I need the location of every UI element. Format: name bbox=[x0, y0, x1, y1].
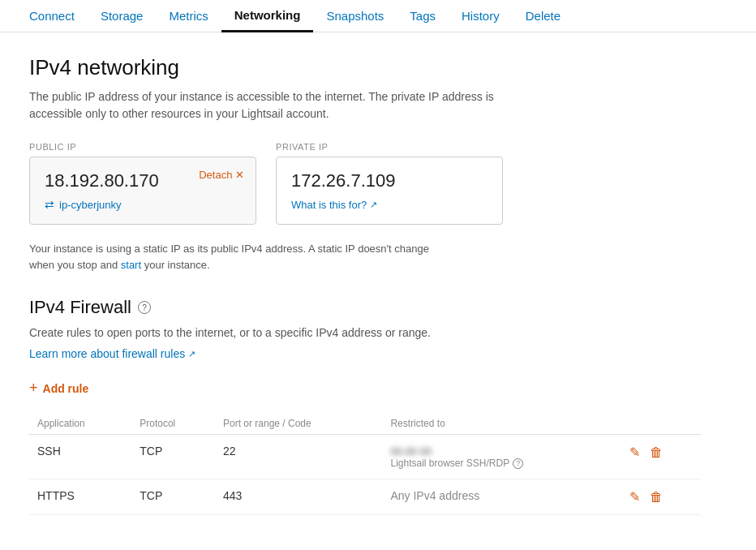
static-note-part2: your instance. bbox=[144, 259, 210, 271]
what-is-this-link[interactable]: What is this for? ↗ bbox=[291, 199, 377, 211]
cell-application: SSH bbox=[29, 435, 131, 479]
col-application: Application bbox=[29, 413, 131, 435]
nav-item-storage[interactable]: Storage bbox=[88, 1, 157, 31]
start-link[interactable]: start bbox=[121, 259, 141, 271]
nav-item-connect[interactable]: Connect bbox=[16, 1, 88, 31]
firewall-desc: Create rules to open ports to the intern… bbox=[29, 326, 701, 339]
add-rule-label: Add rule bbox=[43, 382, 89, 395]
static-note-part1: Your instance is using a static IP as it… bbox=[29, 243, 429, 271]
cell-port: 443 bbox=[215, 479, 382, 515]
nav-item-snapshots[interactable]: Snapshots bbox=[313, 1, 397, 31]
nav-item-delete[interactable]: Delete bbox=[513, 1, 573, 31]
learn-more-link[interactable]: Learn more about firewall rules ↗ bbox=[29, 347, 195, 360]
edit-icon[interactable]: ✎ bbox=[629, 489, 640, 505]
plus-icon: + bbox=[29, 380, 38, 397]
cell-protocol: TCP bbox=[131, 435, 215, 479]
learn-more-text: Learn more about firewall rules bbox=[29, 347, 185, 360]
learn-more-external-icon: ↗ bbox=[188, 349, 195, 359]
ip-name-row[interactable]: ⇄ ip-cyberjunky bbox=[45, 198, 241, 211]
main-content: IPv4 networking The public IP address of… bbox=[0, 32, 730, 538]
delete-icon[interactable]: 🗑 bbox=[650, 445, 663, 460]
firewall-table: Application Protocol Port or range / Cod… bbox=[29, 413, 701, 515]
cell-protocol: TCP bbox=[131, 479, 215, 515]
nav-item-networking[interactable]: Networking bbox=[221, 0, 314, 32]
private-ip-col: PRIVATE IP 172.26.7.109 What is this for… bbox=[276, 142, 503, 225]
delete-icon[interactable]: 🗑 bbox=[650, 490, 663, 505]
what-is-this-text: What is this for? bbox=[291, 199, 367, 211]
col-protocol: Protocol bbox=[131, 413, 215, 435]
public-ip-box: Detach ✕ 18.192.80.170 ⇄ ip-cyberjunky bbox=[29, 157, 256, 225]
cell-actions: ✎ 🗑 bbox=[621, 435, 701, 479]
col-port: Port or range / Code bbox=[215, 413, 382, 435]
add-rule-button[interactable]: + Add rule bbox=[29, 376, 88, 400]
firewall-title-text: IPv4 Firewall bbox=[29, 297, 131, 318]
ip-name: ip-cyberjunky bbox=[59, 199, 122, 211]
edit-icon[interactable]: ✎ bbox=[629, 445, 640, 460]
private-ip-label: PRIVATE IP bbox=[276, 142, 503, 152]
routing-icon: ⇄ bbox=[45, 198, 54, 211]
static-ip-note: Your instance is using a static IP as it… bbox=[29, 241, 451, 273]
table-row: SSHTCP2200.00 00Lightsail browser SSH/RD… bbox=[29, 435, 701, 479]
public-ip-label: PUBLIC IP bbox=[29, 142, 256, 152]
nav-item-history[interactable]: History bbox=[449, 1, 513, 31]
nav-item-tags[interactable]: Tags bbox=[397, 1, 449, 31]
cell-restricted: Any IPv4 address bbox=[382, 479, 621, 515]
col-restricted: Restricted to bbox=[382, 413, 621, 435]
ip-row: PUBLIC IP Detach ✕ 18.192.80.170 ⇄ ip-cy… bbox=[29, 142, 701, 225]
ipv4-networking-desc: The public IP address of your instance i… bbox=[29, 88, 516, 122]
note-help-icon[interactable]: ? bbox=[513, 458, 523, 469]
navigation-bar: ConnectStorageMetricsNetworkingSnapshots… bbox=[0, 0, 756, 32]
public-ip-col: PUBLIC IP Detach ✕ 18.192.80.170 ⇄ ip-cy… bbox=[29, 142, 256, 225]
cell-actions: ✎ 🗑 bbox=[621, 479, 701, 515]
firewall-title: IPv4 Firewall ? bbox=[29, 297, 701, 318]
col-actions bbox=[621, 413, 701, 435]
firewall-help-icon[interactable]: ? bbox=[138, 301, 151, 314]
cell-application: HTTPS bbox=[29, 479, 131, 515]
table-row: HTTPSTCP443Any IPv4 address ✎ 🗑 bbox=[29, 479, 701, 515]
private-ip-box: 172.26.7.109 What is this for? ↗ bbox=[276, 157, 503, 225]
cell-port: 22 bbox=[215, 435, 382, 479]
browser-ssh-note: Lightsail browser SSH/RDP ? bbox=[390, 458, 613, 469]
private-ip-address: 172.26.7.109 bbox=[291, 170, 488, 191]
external-link-icon: ↗ bbox=[370, 200, 377, 210]
nav-item-metrics[interactable]: Metrics bbox=[156, 1, 221, 31]
detach-link[interactable]: Detach ✕ bbox=[199, 169, 244, 181]
table-header-row: Application Protocol Port or range / Cod… bbox=[29, 413, 701, 435]
cell-restricted: 00.00 00Lightsail browser SSH/RDP ? bbox=[382, 435, 621, 479]
ipv4-networking-title: IPv4 networking bbox=[29, 55, 701, 80]
